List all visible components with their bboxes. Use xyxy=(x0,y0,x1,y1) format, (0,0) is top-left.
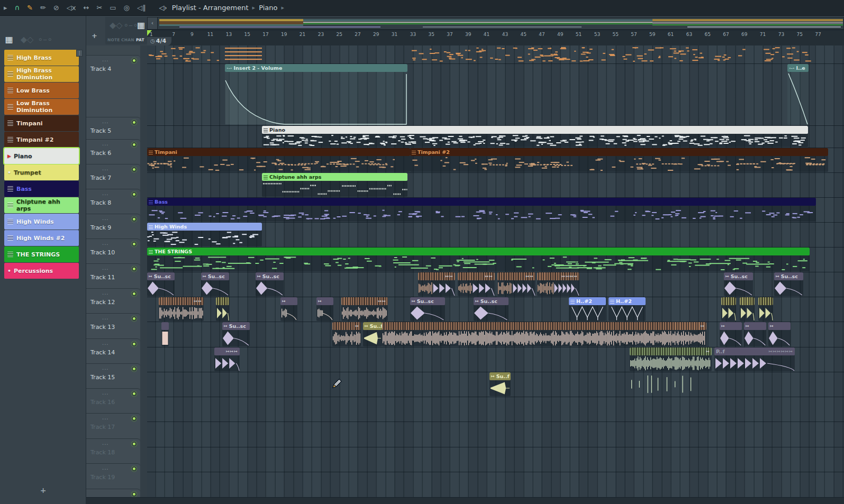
tab-chan[interactable]: CHAN xyxy=(121,38,134,42)
clip-header[interactable]: ↦ xyxy=(316,297,333,305)
clip[interactable]: P..f↦↦↦↦↦↦ xyxy=(714,347,795,371)
track-mute-led[interactable] xyxy=(132,167,137,172)
clip-header[interactable]: ↦Su..sc xyxy=(147,272,175,280)
track-header[interactable]: ...Track 17 xyxy=(86,413,140,438)
clip[interactable] xyxy=(161,322,169,346)
track-header[interactable]: ...Track 10 xyxy=(86,239,140,263)
clip[interactable]: ↦ xyxy=(720,322,742,346)
clip-header[interactable]: ↦ xyxy=(332,322,361,330)
clip-header[interactable] xyxy=(721,297,736,305)
clip-header[interactable]: Chiptune ahh arps xyxy=(262,173,407,181)
clip[interactable]: H..#2 xyxy=(569,297,606,321)
pattern-mode-icon[interactable]: ▦ xyxy=(137,20,145,30)
clip[interactable]: ↦↦ xyxy=(418,272,455,296)
clip[interactable]: ↦ xyxy=(382,322,706,346)
playlist-grid[interactable]: ∘–∘Insert 2 - Volume∘–∘I..ePianoTimpaniT… xyxy=(147,45,844,497)
pattern-item[interactable]: High Winds #2 xyxy=(4,230,79,246)
track-options-dots[interactable]: ... xyxy=(102,215,109,221)
track-options-dots[interactable]: ... xyxy=(102,340,109,346)
clip-header[interactable]: THE STRINGS xyxy=(147,248,810,255)
playback-tool-icon[interactable]: ◁∥ xyxy=(137,0,146,16)
clip-header[interactable]: ↦Su..sc xyxy=(474,297,509,305)
pattern-item[interactable]: Timpani xyxy=(4,115,79,131)
pattern-item[interactable]: Low Brass xyxy=(4,83,79,98)
clip[interactable] xyxy=(630,372,693,396)
pattern-item[interactable]: High Brass| xyxy=(4,50,79,66)
track-header[interactable]: ...Track 11 xyxy=(86,263,140,288)
track-mute-led[interactable] xyxy=(132,291,137,296)
track-mute-led[interactable] xyxy=(132,192,137,197)
track-mute-led[interactable] xyxy=(132,316,137,321)
mute-tool-icon[interactable]: ◁x xyxy=(67,0,76,16)
track-header[interactable]: ...Track 18 xyxy=(86,438,140,463)
track-options-dots[interactable]: ... xyxy=(102,166,109,171)
clip-header[interactable]: ↦ xyxy=(382,322,706,330)
tab-pat[interactable]: PAT xyxy=(136,38,144,42)
track-header[interactable]: ...Track 16 xyxy=(86,388,140,413)
delete-tool-icon[interactable]: ⊘ xyxy=(53,0,59,16)
track-mute-led[interactable] xyxy=(132,466,137,471)
track-options-dots[interactable]: ... xyxy=(102,240,109,246)
slice-tool-icon[interactable]: ✂ xyxy=(96,0,102,16)
add-pattern-button[interactable]: + xyxy=(0,486,86,494)
pattern-item[interactable]: THE STRINGS xyxy=(4,246,79,262)
automation-mode-icon[interactable]: ∘–∘ xyxy=(123,20,138,30)
snap-magnet-icon[interactable]: ∩ xyxy=(15,0,20,16)
tab-note[interactable]: NOTE xyxy=(107,38,120,42)
clip-header[interactable]: Bass xyxy=(147,198,816,206)
track-options-dots[interactable]: ... xyxy=(102,118,109,124)
track-options-dots[interactable]: ... xyxy=(102,315,109,320)
track-mute-led[interactable] xyxy=(132,267,137,271)
clip[interactable]: H..#2 xyxy=(609,297,646,321)
clip-header[interactable]: Piano xyxy=(262,126,808,134)
clip[interactable]: ↦↦ xyxy=(497,272,536,296)
clip[interactable]: Piano xyxy=(262,126,808,147)
clip-header[interactable]: P..f↦↦↦↦↦↦ xyxy=(714,347,795,355)
clip[interactable]: Timpani xyxy=(147,148,410,172)
clip-header[interactable]: ↦↦↦ xyxy=(214,347,240,355)
track-options-dots[interactable]: ... xyxy=(102,190,109,196)
clip-header[interactable]: Timpani #2 xyxy=(410,148,828,156)
clip[interactable]: ↦ xyxy=(332,322,361,346)
track-options-dots[interactable]: ... xyxy=(102,141,109,146)
clip[interactable]: ↦ xyxy=(630,347,712,371)
track-options-dots[interactable]: ... xyxy=(102,57,109,62)
clip[interactable]: ↦ xyxy=(768,322,791,346)
track-options-dots[interactable]: ... xyxy=(102,440,109,446)
clip[interactable]: ↦↦ xyxy=(159,297,204,321)
clip-header[interactable]: ↦ xyxy=(280,297,297,305)
clip-header[interactable]: ↦ xyxy=(768,322,791,330)
clip[interactable]: ↦↦↦↦ xyxy=(537,272,579,296)
track-header[interactable]: ...Track 4 xyxy=(86,55,140,117)
pattern-item[interactable]: •Trumpet xyxy=(4,164,79,180)
audio-mode-icon[interactable]: ◆◇ xyxy=(110,20,123,30)
track-mute-led[interactable] xyxy=(132,391,137,396)
pattern-item[interactable]: Bass xyxy=(4,181,79,197)
track-header[interactable]: ...Track 15 xyxy=(86,363,140,388)
clip-header[interactable]: H..#2 xyxy=(609,297,646,305)
track-options-dots[interactable]: ... xyxy=(102,390,109,396)
clip-header[interactable]: ↦ xyxy=(630,347,712,355)
track-options-dots[interactable]: ... xyxy=(102,290,109,296)
title-sub[interactable]: Piano xyxy=(259,4,277,12)
clip-header[interactable] xyxy=(758,297,773,305)
clip[interactable]: ↦↦ xyxy=(341,297,388,321)
clip-header[interactable] xyxy=(740,297,755,305)
track-mute-led[interactable] xyxy=(132,366,137,371)
clip[interactable] xyxy=(147,46,225,63)
pattern-list-scrollbar[interactable]: | xyxy=(76,50,83,57)
clip-header[interactable] xyxy=(161,322,169,330)
clip[interactable]: ↦↦ xyxy=(458,272,495,296)
track-header[interactable]: ...Track 6 xyxy=(86,139,140,164)
clip[interactable]: ↦Su..sc xyxy=(222,322,250,346)
clip-header[interactable]: H..#2 xyxy=(569,297,606,305)
clip-header[interactable]: ↦Su..sc xyxy=(724,272,753,280)
clip-header[interactable]: ↦↦ xyxy=(458,272,495,280)
clip-header[interactable]: ↦ xyxy=(720,322,742,330)
clip[interactable] xyxy=(740,297,755,321)
clip[interactable]: ↦Su..sc xyxy=(724,272,753,296)
track-header[interactable]: ...Track 13 xyxy=(86,313,140,338)
clip[interactable]: THE STRINGS xyxy=(147,248,810,271)
clip[interactable]: ↦Su..sc xyxy=(147,272,175,296)
arrangement-overview[interactable] xyxy=(158,17,843,29)
